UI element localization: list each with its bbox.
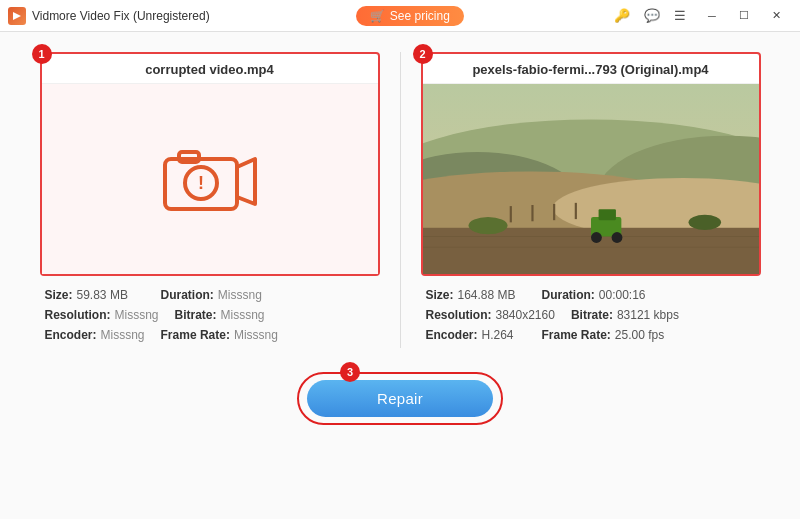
- left-encoder-value: Misssng: [101, 328, 145, 342]
- svg-point-20: [468, 217, 507, 234]
- titlebar-center: 🛒 See pricing: [356, 6, 464, 26]
- svg-point-19: [611, 232, 622, 243]
- right-resolution-item: Resolution: 3840x2160: [426, 308, 555, 322]
- right-framerate-label: Frame Rate:: [542, 328, 611, 342]
- svg-rect-23: [531, 205, 533, 221]
- right-info-row-2: Resolution: 3840x2160 Bitrate: 83121 kbp…: [426, 308, 756, 322]
- svg-rect-25: [574, 203, 576, 219]
- left-bitrate-value: Misssng: [221, 308, 265, 322]
- right-bitrate-value: 83121 kbps: [617, 308, 679, 322]
- main-content: 1 corrupted video.mp4 !: [0, 32, 800, 519]
- left-panel-number: 1: [32, 44, 52, 64]
- app-icon: [8, 7, 26, 25]
- left-info-section: Size: 59.83 MB Duration: Misssng Resolut…: [40, 288, 380, 342]
- titlebar-right: 🔑 💬 ☰ ─ ☐ ✕: [610, 0, 792, 32]
- left-encoder-label: Encoder:: [45, 328, 97, 342]
- left-info-row-3: Encoder: Misssng Frame Rate: Misssng: [45, 328, 375, 342]
- right-duration-value: 00:00:16: [599, 288, 646, 302]
- cart-icon: 🛒: [370, 9, 385, 23]
- svg-rect-13: [423, 228, 759, 274]
- right-info-section: Size: 164.88 MB Duration: 00:00:16 Resol…: [421, 288, 761, 342]
- right-encoder-value: H.264: [482, 328, 514, 342]
- video-thumbnail: [423, 84, 759, 274]
- svg-rect-22: [509, 206, 511, 222]
- svg-marker-0: [13, 12, 21, 20]
- left-framerate-item: Frame Rate: Misssng: [161, 328, 278, 342]
- camera-error-icon: !: [155, 139, 265, 219]
- right-resolution-value: 3840x2160: [496, 308, 555, 322]
- right-panel-number: 2: [413, 44, 433, 64]
- right-size-value: 164.88 MB: [458, 288, 516, 302]
- left-size-item: Size: 59.83 MB: [45, 288, 145, 302]
- right-info-row-1: Size: 164.88 MB Duration: 00:00:16: [426, 288, 756, 302]
- repair-section: 3 Repair: [297, 372, 503, 425]
- right-duration-item: Duration: 00:00:16: [542, 288, 646, 302]
- left-framerate-value: Misssng: [234, 328, 278, 342]
- repair-button[interactable]: Repair: [307, 380, 493, 417]
- left-panel-box: 1 corrupted video.mp4 !: [40, 52, 380, 276]
- svg-rect-17: [598, 209, 615, 220]
- left-duration-item: Duration: Misssng: [161, 288, 262, 302]
- right-encoder-label: Encoder:: [426, 328, 478, 342]
- right-bitrate-item: Bitrate: 83121 kbps: [571, 308, 679, 322]
- right-resolution-label: Resolution:: [426, 308, 492, 322]
- left-size-value: 59.83 MB: [77, 288, 128, 302]
- left-bitrate-label: Bitrate:: [175, 308, 217, 322]
- panels-row: 1 corrupted video.mp4 !: [30, 52, 770, 348]
- svg-rect-24: [553, 204, 555, 220]
- repair-box: Repair: [297, 372, 503, 425]
- close-button[interactable]: ✕: [760, 0, 792, 32]
- left-bitrate-item: Bitrate: Misssng: [175, 308, 275, 322]
- right-size-label: Size:: [426, 288, 454, 302]
- right-bitrate-label: Bitrate:: [571, 308, 613, 322]
- app-title: Vidmore Video Fix (Unregistered): [32, 9, 210, 23]
- right-panel-box: 2 pexels-fabio-fermi...793 (Original).mp…: [421, 52, 761, 276]
- chat-icon[interactable]: 💬: [640, 6, 664, 25]
- minimize-button[interactable]: ─: [696, 0, 728, 32]
- right-framerate-item: Frame Rate: 25.00 fps: [542, 328, 665, 342]
- left-framerate-label: Frame Rate:: [161, 328, 230, 342]
- right-panel-title: pexels-fabio-fermi...793 (Original).mp4: [423, 54, 759, 84]
- titlebar-left: Vidmore Video Fix (Unregistered): [8, 7, 210, 25]
- right-framerate-value: 25.00 fps: [615, 328, 664, 342]
- pricing-label: See pricing: [390, 9, 450, 23]
- titlebar-tools: 🔑 💬 ☰: [610, 6, 690, 25]
- svg-point-18: [591, 232, 602, 243]
- key-icon[interactable]: 🔑: [610, 6, 634, 25]
- left-encoder-item: Encoder: Misssng: [45, 328, 145, 342]
- titlebar: Vidmore Video Fix (Unregistered) 🛒 See p…: [0, 0, 800, 32]
- svg-text:!: !: [198, 173, 204, 193]
- left-panel: 1 corrupted video.mp4 !: [40, 52, 380, 348]
- left-duration-label: Duration:: [161, 288, 214, 302]
- pricing-button[interactable]: 🛒 See pricing: [356, 6, 464, 26]
- left-duration-value: Misssng: [218, 288, 262, 302]
- repair-number: 3: [340, 362, 360, 382]
- divider-vertical: [400, 52, 401, 348]
- right-info-row-3: Encoder: H.264 Frame Rate: 25.00 fps: [426, 328, 756, 342]
- right-panel: 2 pexels-fabio-fermi...793 (Original).mp…: [421, 52, 761, 348]
- right-size-item: Size: 164.88 MB: [426, 288, 526, 302]
- left-resolution-value: Misssng: [115, 308, 159, 322]
- landscape-svg: [423, 84, 759, 274]
- corrupted-placeholder: !: [42, 84, 378, 274]
- menu-icon[interactable]: ☰: [670, 6, 690, 25]
- left-resolution-label: Resolution:: [45, 308, 111, 322]
- svg-marker-5: [237, 159, 255, 204]
- left-size-label: Size:: [45, 288, 73, 302]
- svg-point-21: [688, 215, 721, 230]
- left-info-row-2: Resolution: Misssng Bitrate: Misssng: [45, 308, 375, 322]
- right-duration-label: Duration:: [542, 288, 595, 302]
- maximize-button[interactable]: ☐: [728, 0, 760, 32]
- right-encoder-item: Encoder: H.264: [426, 328, 526, 342]
- window-controls: ─ ☐ ✕: [696, 0, 792, 32]
- left-panel-title: corrupted video.mp4: [42, 54, 378, 84]
- left-info-row-1: Size: 59.83 MB Duration: Misssng: [45, 288, 375, 302]
- left-resolution-item: Resolution: Misssng: [45, 308, 159, 322]
